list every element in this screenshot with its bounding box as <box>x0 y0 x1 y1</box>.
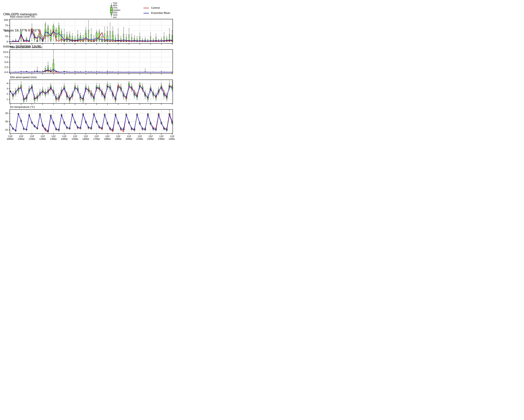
x-tick-day-label: 19Mar <box>115 138 122 140</box>
y-tick-label: 4 <box>7 82 8 85</box>
x-tick-hour-label: 12Z <box>105 135 109 138</box>
x-tick-hour-label: 12Z <box>73 135 77 138</box>
x-tick-day-label: 11Mar <box>28 138 35 140</box>
total-precipitation-mm-6h--panel: 0.02.55.07.510.0 <box>3 50 173 74</box>
boxplots <box>10 50 173 72</box>
x-tick-day-label: 22Mar <box>147 138 154 140</box>
x-tick-day-label: 13Mar <box>50 138 57 140</box>
axis-ticks <box>9 52 172 74</box>
x-tick-hour-label: 12Z <box>41 135 45 138</box>
y-tick-label: 0 <box>7 40 8 43</box>
x-tick-day-label: 23Mar <box>158 138 165 140</box>
x-tick-hour-label: 12Z <box>8 135 12 138</box>
x-tick-day-label: 18Mar <box>104 138 111 140</box>
x-tick-day-label: 14Mar <box>61 138 68 140</box>
y-tick-label: 35 <box>5 112 8 114</box>
y-tick-label: 50 <box>5 29 8 32</box>
y-tick-label: 2 <box>7 93 8 95</box>
2m-temperature--panel: 25303512Z09Mar12Z10Mar12Z11Mar12Z12Mar12… <box>5 109 175 140</box>
y-tick-label: 0.0 <box>4 71 8 73</box>
x-tick-hour-label: 12Z <box>30 135 34 138</box>
x-tick-hour-label: 12Z <box>62 135 66 138</box>
x-tick-hour-label: 12Z <box>84 135 88 138</box>
gridlines <box>10 50 173 73</box>
x-tick-day-label: 12Mar <box>39 138 46 140</box>
x-tick-hour-label: 12Z <box>159 135 164 138</box>
x-tick-hour-label: 12Z <box>148 135 153 138</box>
x-tick-day-label: 15Mar <box>72 138 79 140</box>
x-tick-day-label: 10Mar <box>17 138 25 140</box>
y-tick-label: 2.5 <box>4 66 8 68</box>
meteogram-chart: 02550751000.02.55.07.510.0123425303512Z0… <box>0 0 175 140</box>
x-tick-day-label: 16Mar <box>82 138 89 140</box>
x-tick-hour-label: 12Z <box>138 135 142 138</box>
x-tick-day-label: 17Mar <box>93 138 100 140</box>
y-tick-label: 75 <box>5 24 8 27</box>
x-tick-day-label: 24Mar <box>169 138 175 140</box>
boxplots <box>10 21 173 42</box>
x-tick-hour-label: 12Z <box>116 135 120 138</box>
x-tick-hour-label: 12Z <box>95 135 99 138</box>
y-tick-label: 7.5 <box>4 56 8 58</box>
y-tick-label: 25 <box>5 129 8 131</box>
x-tick-day-label: 09Mar <box>7 138 14 140</box>
boxplots <box>10 110 173 133</box>
y-tick-label: 5.0 <box>4 61 8 63</box>
x-tick-day-label: 20Mar <box>126 138 132 140</box>
total-cloud-cover--panel: 0255075100 <box>4 19 173 45</box>
y-tick-label: 3 <box>7 88 8 90</box>
y-tick-label: 1 <box>7 98 8 101</box>
y-tick-label: 30 <box>5 120 8 123</box>
x-tick-hour-label: 12Z <box>127 135 131 138</box>
x-tick-hour-label: 12Z <box>170 135 174 138</box>
x-tick-day-label: 21Mar <box>136 138 143 140</box>
x-tick-hour-label: 12Z <box>19 135 23 138</box>
y-tick-label: 25 <box>5 35 8 37</box>
x-axis-labels: 12Z09Mar12Z10Mar12Z11Mar12Z12Mar12Z13Mar… <box>7 135 175 140</box>
meteogram-page: CMA-GEPS meteogram Yangon 16.77°N 97.42°… <box>0 0 175 140</box>
10m-wind-speed-m-s--panel: 1234 <box>7 80 173 105</box>
y-tick-label: 10.0 <box>3 51 8 53</box>
y-tick-label: 100 <box>4 19 8 21</box>
x-tick-hour-label: 12Z <box>51 135 56 138</box>
